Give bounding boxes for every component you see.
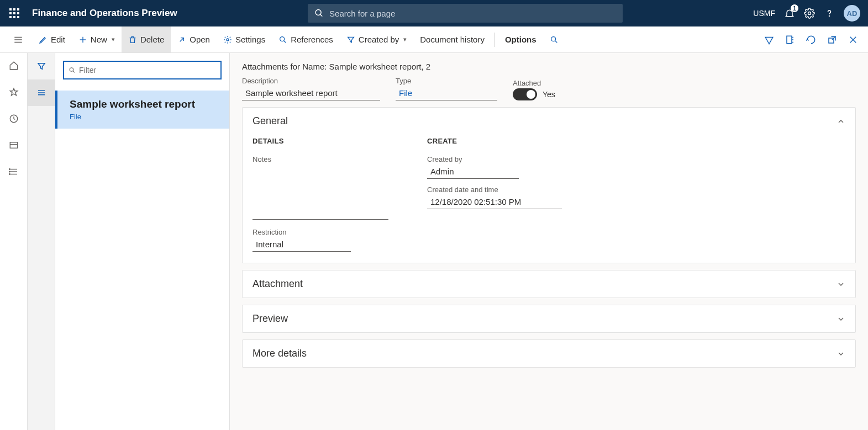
- details-heading: DETAILS: [252, 137, 388, 145]
- edit-icon: [39, 35, 48, 44]
- trash-icon: [128, 35, 137, 44]
- section-attachment-header[interactable]: Attachment: [243, 270, 855, 298]
- notification-badge: 1: [791, 4, 798, 12]
- field-label: Type: [396, 77, 497, 85]
- chevron-down-icon: ▾: [403, 36, 407, 43]
- search-icon: [278, 35, 287, 44]
- field-label: Created by: [427, 155, 562, 163]
- global-search-input[interactable]: [329, 9, 616, 18]
- list-icon: [36, 88, 46, 98]
- main-area: Sample worksheet report File Attachments…: [0, 53, 868, 430]
- refresh-icon[interactable]: [806, 35, 816, 45]
- section-general: General DETAILS Notes Restriction Intern…: [242, 107, 856, 263]
- section-general-header[interactable]: General: [243, 108, 855, 135]
- section-more-details: More details: [242, 339, 856, 368]
- section-more-details-header[interactable]: More details: [243, 340, 855, 367]
- find-button[interactable]: [543, 26, 565, 52]
- search-icon: [550, 35, 559, 44]
- popout-icon[interactable]: [827, 35, 837, 45]
- page-title: Attachments for Name: Sample worksheet r…: [242, 62, 856, 71]
- modules-icon[interactable]: [9, 167, 19, 177]
- section-attachment: Attachment: [242, 270, 856, 298]
- open-icon: [177, 35, 186, 44]
- svg-point-27: [9, 169, 10, 170]
- list-item[interactable]: Sample worksheet report File: [55, 91, 229, 129]
- list-filter[interactable]: [63, 61, 222, 79]
- svg-line-11: [284, 40, 286, 43]
- list-panel: Sample worksheet report File: [55, 53, 230, 430]
- svg-point-33: [70, 68, 73, 72]
- workspaces-icon[interactable]: [9, 140, 19, 150]
- home-icon[interactable]: [9, 61, 19, 71]
- open-button[interactable]: Open: [171, 26, 217, 52]
- favorites-icon[interactable]: [9, 87, 19, 97]
- close-icon[interactable]: [848, 35, 858, 45]
- app-launcher-icon[interactable]: [4, 8, 24, 18]
- attached-toggle[interactable]: [513, 88, 537, 100]
- attach-icon[interactable]: [764, 35, 774, 45]
- chevron-down-icon: [837, 315, 845, 323]
- svg-point-9: [227, 39, 229, 41]
- type-field[interactable]: File: [396, 86, 497, 100]
- section-preview-header[interactable]: Preview: [243, 305, 855, 332]
- settings-button[interactable]: [804, 8, 815, 19]
- nav-rail: [0, 53, 28, 430]
- svg-rect-22: [10, 142, 18, 148]
- created-datetime-field: 12/18/2020 02:51:30 PM: [427, 195, 562, 209]
- show-list-button[interactable]: [28, 79, 55, 106]
- created-by-field: Admin: [427, 164, 519, 179]
- nav-toggle-button[interactable]: [4, 35, 32, 45]
- svg-point-28: [9, 171, 10, 172]
- list-item-title: Sample worksheet report: [70, 98, 217, 110]
- references-action[interactable]: References: [272, 26, 340, 52]
- detail-panel: Attachments for Name: Sample worksheet r…: [230, 53, 868, 430]
- chevron-down-icon: [837, 349, 845, 358]
- toggle-value: Yes: [543, 90, 555, 99]
- avatar[interactable]: AD: [844, 5, 860, 22]
- filter-icon: [36, 61, 46, 71]
- global-search[interactable]: [308, 4, 623, 23]
- new-button[interactable]: New ▾: [72, 26, 122, 52]
- top-nav: Finance and Operations Preview USMF 1 AD: [0, 0, 868, 26]
- svg-rect-14: [787, 36, 792, 44]
- created-by-filter[interactable]: Created by ▾: [340, 26, 413, 52]
- hamburger-icon: [13, 35, 23, 45]
- notifications-button[interactable]: 1: [784, 8, 795, 19]
- plus-icon: [78, 35, 87, 44]
- list-item-subtitle: File: [70, 113, 217, 121]
- chevron-up-icon: [837, 117, 845, 126]
- action-bar: Edit New ▾ Delete Open Settings Referenc…: [0, 26, 868, 53]
- filter-icon: [346, 35, 355, 44]
- search-icon: [69, 66, 76, 74]
- restriction-field[interactable]: Internal: [252, 237, 351, 252]
- settings-action[interactable]: Settings: [217, 26, 272, 52]
- svg-point-3: [829, 16, 830, 17]
- svg-line-13: [555, 40, 557, 43]
- options-tab[interactable]: Options: [498, 26, 543, 52]
- company-code[interactable]: USMF: [753, 9, 775, 18]
- list-filter-input[interactable]: [79, 66, 216, 75]
- svg-point-0: [315, 10, 321, 15]
- svg-point-10: [280, 36, 285, 41]
- edit-button[interactable]: Edit: [32, 26, 72, 52]
- recent-icon[interactable]: [9, 114, 19, 124]
- delete-button[interactable]: Delete: [122, 26, 171, 52]
- svg-point-12: [551, 36, 555, 41]
- show-filters-button[interactable]: [28, 53, 55, 79]
- list-rail: [28, 53, 55, 430]
- svg-point-29: [9, 174, 10, 175]
- section-preview: Preview: [242, 305, 856, 333]
- help-button[interactable]: [824, 8, 835, 19]
- separator: [495, 33, 495, 47]
- chevron-down-icon: ▾: [112, 36, 115, 43]
- svg-line-1: [320, 14, 323, 17]
- field-label: Notes: [252, 155, 388, 163]
- office-icon[interactable]: [785, 35, 795, 45]
- description-field[interactable]: Sample worksheet report: [242, 86, 380, 100]
- notes-field[interactable]: [252, 164, 388, 220]
- gear-icon: [223, 35, 232, 44]
- field-label: Created date and time: [427, 185, 562, 194]
- gear-icon: [804, 8, 815, 19]
- create-heading: CREATE: [427, 137, 562, 145]
- document-history-action[interactable]: Document history: [413, 26, 491, 52]
